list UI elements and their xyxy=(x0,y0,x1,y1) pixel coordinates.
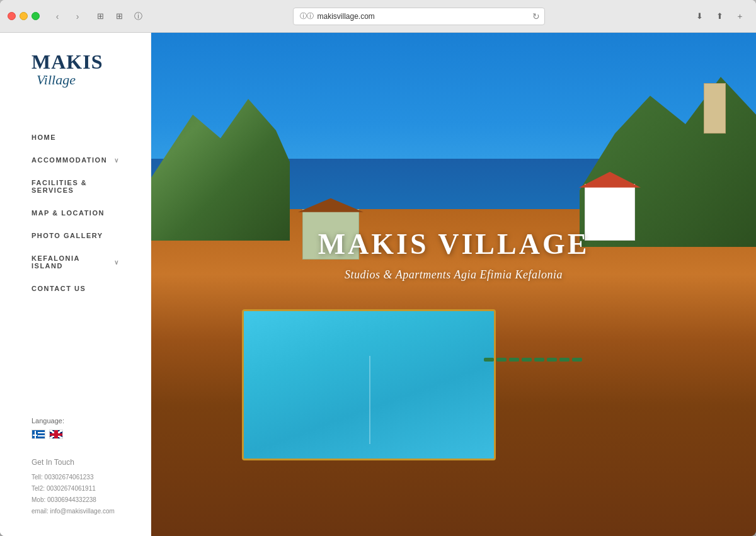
tel2-label: Tel2: xyxy=(32,485,45,492)
contact-tel1: Tell: 00302674061233 xyxy=(32,472,119,483)
nav-item-gallery[interactable]: PHOTO GALLERY xyxy=(0,224,151,247)
language-section: Language: xyxy=(0,404,151,452)
main-content: MAKIS VILLAGE Studios & Apartments Agia … xyxy=(151,33,756,536)
contact-tel2: Tel2: 00302674061911 xyxy=(32,483,119,494)
mob-label: Mob: xyxy=(32,496,45,503)
browser-actions-right: ⬇ ⬆ ＋ xyxy=(690,8,748,25)
maximize-button[interactable] xyxy=(32,12,40,20)
traffic-lights xyxy=(8,12,40,20)
forward-button[interactable]: › xyxy=(69,10,86,23)
nav-label-map: MAP & LOCATION xyxy=(32,209,105,217)
contact-mob: Mob: 00306944332238 xyxy=(32,494,119,506)
flag-greek-cross xyxy=(32,430,38,439)
tel1-value: 00302674061233 xyxy=(45,474,94,481)
browser-chrome: ‹ › ⊞ ⊞ ⓘ ⓘⓘ makisvillage.com ↻ ⬇ ⬆ ＋ xyxy=(0,0,756,33)
nav-label-accommodation: ACCOMMODATION xyxy=(32,156,107,164)
nav-label-gallery: PHOTO GALLERY xyxy=(32,232,103,239)
chevron-down-icon: ∨ xyxy=(114,157,120,164)
nav-label-kefalonia: KEFALONIA ISLAND xyxy=(32,254,114,270)
tel1-label: Tell: xyxy=(32,474,43,481)
nav-item-home[interactable]: HOME xyxy=(0,126,151,149)
nav-item-map[interactable]: MAP & LOCATION xyxy=(0,202,151,224)
tel2-value: 00302674061911 xyxy=(47,485,96,492)
url-lock-icon: ⓘⓘ xyxy=(300,11,314,21)
info-button[interactable]: ⓘ xyxy=(129,8,147,25)
logo: MAKIS Village xyxy=(32,52,119,88)
browser-window: ‹ › ⊞ ⊞ ⓘ ⓘⓘ makisvillage.com ↻ ⬇ ⬆ ＋ M xyxy=(0,0,756,536)
grid-button[interactable]: ⊞ xyxy=(110,8,128,25)
nav-menu: HOME ACCOMMODATION ∨ FACILITIES & SERVIC… xyxy=(0,107,151,404)
logo-village: Village xyxy=(37,72,119,88)
contact-title: Get In Touch xyxy=(32,458,119,467)
reload-button[interactable]: ↻ xyxy=(532,11,540,21)
sidebar: MAKIS Village HOME ACCOMMODATION ∨ FACIL… xyxy=(0,33,151,536)
logo-area: MAKIS Village xyxy=(0,33,151,107)
extensions-button[interactable]: ⬇ xyxy=(690,8,708,25)
window-controls-left: ⊞ ⊞ ⓘ xyxy=(91,8,147,25)
website: MAKIS Village HOME ACCOMMODATION ∨ FACIL… xyxy=(0,33,756,536)
flag-uk-inner xyxy=(50,430,62,438)
new-tab-button[interactable]: ＋ xyxy=(731,8,748,25)
hero-overlay: MAKIS VILLAGE Studios & Apartments Agia … xyxy=(151,33,756,536)
address-bar-container: ⓘⓘ makisvillage.com ↻ xyxy=(152,8,685,25)
hero-image: MAKIS VILLAGE Studios & Apartments Agia … xyxy=(151,33,756,536)
share-button[interactable]: ⬆ xyxy=(711,8,728,25)
minimize-button[interactable] xyxy=(20,12,28,20)
nav-item-contact[interactable]: CONTACT US xyxy=(0,277,151,300)
email-label: email: xyxy=(32,508,49,515)
contact-info: Tell: 00302674061233 Tel2: 0030267406191… xyxy=(32,472,119,517)
nav-label-facilities: FACILITIES & SERVICES xyxy=(32,179,119,194)
hero-title: MAKIS VILLAGE xyxy=(318,227,590,261)
nav-buttons: ‹ › xyxy=(49,10,86,23)
flag-uk[interactable] xyxy=(49,430,63,439)
close-button[interactable] xyxy=(8,12,16,20)
url-text: makisvillage.com xyxy=(318,12,375,21)
flag-icons xyxy=(32,430,119,439)
address-bar[interactable]: ⓘⓘ makisvillage.com xyxy=(293,8,545,25)
sidebar-toggle-button[interactable]: ⊞ xyxy=(91,8,109,25)
contact-email: email: info@makisvillage.com xyxy=(32,506,119,517)
logo-makis: MAKIS xyxy=(32,50,103,73)
contact-section: Get In Touch Tell: 00302674061233 Tel2: … xyxy=(0,452,151,536)
email-value: info@makisvillage.com xyxy=(50,508,114,515)
hero-subtitle: Studios & Apartments Agia Efimia Kefalon… xyxy=(345,268,563,282)
nav-label-home: HOME xyxy=(32,134,56,141)
nav-item-facilities[interactable]: FACILITIES & SERVICES xyxy=(0,171,151,202)
nav-item-accommodation[interactable]: ACCOMMODATION ∨ xyxy=(0,149,151,171)
flag-greek[interactable] xyxy=(32,430,45,439)
language-label: Language: xyxy=(32,417,119,425)
chevron-down-icon-2: ∨ xyxy=(114,259,120,266)
nav-item-kefalonia[interactable]: KEFALONIA ISLAND ∨ xyxy=(0,247,151,277)
nav-label-contact: CONTACT US xyxy=(32,285,86,292)
mob-value: 00306944332238 xyxy=(47,496,96,503)
back-button[interactable]: ‹ xyxy=(49,10,66,23)
